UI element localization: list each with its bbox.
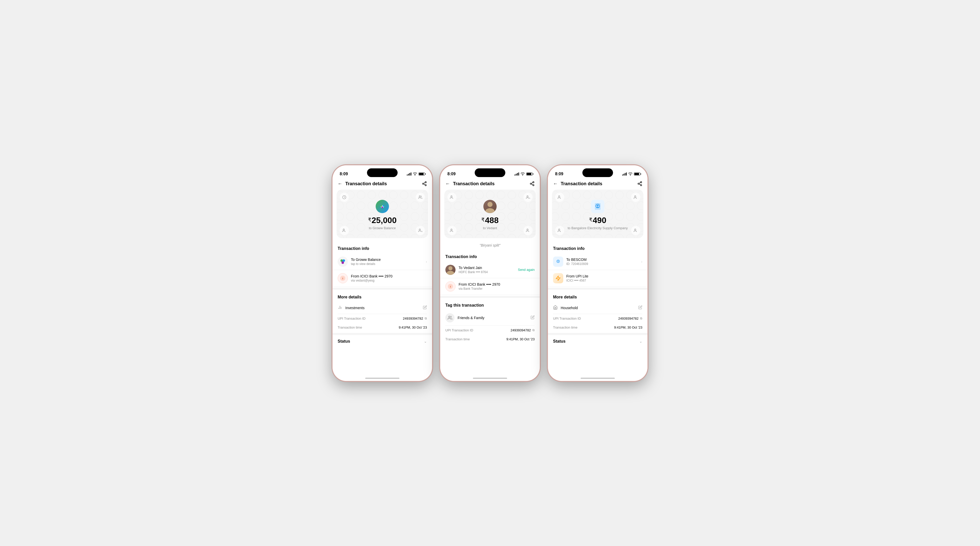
bottom-bar-3 bbox=[548, 372, 648, 381]
header-left-3: ← Transaction details bbox=[553, 181, 602, 187]
amount-value-2: 488 bbox=[485, 216, 498, 225]
info-text-vedant-2: To Vedant Jain HDFC Bank •••• 8764 bbox=[458, 266, 518, 274]
svg-text:i: i bbox=[342, 277, 343, 279]
rupee-symbol-1: ₹ bbox=[368, 217, 371, 223]
upi-value-1: 24939394782 ⧉ bbox=[403, 316, 427, 320]
chevron-right-bescom-3: › bbox=[641, 260, 642, 264]
svg-point-38 bbox=[638, 183, 639, 184]
svg-point-17 bbox=[342, 261, 344, 264]
phone-2: 8:09 bbox=[440, 165, 540, 381]
upi-label-1: UPI Transaction ID bbox=[338, 316, 366, 320]
info-row-upi-lite-3[interactable]: From UPI Lite ICICI •••• 4567 bbox=[548, 270, 648, 287]
svg-point-37 bbox=[641, 182, 642, 183]
home-indicator-1 bbox=[365, 378, 399, 379]
more-detail-left-3: Household bbox=[553, 305, 578, 311]
header-3: ← Transaction details bbox=[548, 179, 648, 190]
more-detail-row-1[interactable]: Investments bbox=[332, 302, 432, 314]
info-text-icici-2: From ICICI Bank •••• 2970 via Bank Trans… bbox=[458, 282, 535, 291]
time-value-2: 9:41PM, 30 Oct '23 bbox=[506, 337, 535, 341]
divider-1 bbox=[332, 288, 432, 290]
divider-5 bbox=[548, 288, 648, 290]
section-title-more-details-3: More details bbox=[548, 291, 648, 302]
transaction-amount-3: ₹ 490 bbox=[589, 216, 606, 225]
upi-value-2: 24939394782 ⧉ bbox=[511, 328, 535, 332]
header-left-1: ← Transaction details bbox=[338, 181, 387, 187]
status-label-1: Status bbox=[338, 339, 350, 344]
send-again-button-2[interactable]: Send again bbox=[518, 268, 535, 271]
battery-icon-3 bbox=[634, 172, 640, 176]
share-button-2[interactable] bbox=[530, 181, 535, 186]
info-row-bescom-3[interactable]: To BESCOM ID: 7204610939 › bbox=[548, 254, 648, 270]
header-left-2: ← Transaction details bbox=[445, 181, 495, 187]
more-detail-row-3[interactable]: Household bbox=[548, 302, 648, 314]
edit-icon-3[interactable] bbox=[638, 305, 642, 310]
detail-row-time-1: Transaction time 9:41PM, 30 Oct '23 bbox=[332, 323, 432, 332]
upi-id-text-2: 24939394782 bbox=[511, 328, 531, 332]
header-title-1: Transaction details bbox=[345, 181, 387, 187]
time-label-2: Transaction time bbox=[445, 337, 470, 341]
info-row-groww-1[interactable]: To Groww Balance tap to view details › bbox=[332, 254, 432, 270]
status-label-3: Status bbox=[553, 339, 566, 344]
status-icons-2 bbox=[514, 172, 533, 176]
chevron-down-1: ⌄ bbox=[424, 339, 427, 343]
transaction-avatar-3 bbox=[591, 200, 605, 213]
info-primary-upi-lite-3: From UPI Lite bbox=[566, 274, 642, 278]
transaction-to-2: to Vedant bbox=[483, 226, 497, 230]
info-text-bescom-3: To BESCOM ID: 7204610939 bbox=[566, 257, 641, 266]
copy-icon-2[interactable]: ⧉ bbox=[532, 328, 535, 332]
tag-row-2[interactable]: Friends & Family bbox=[440, 310, 540, 326]
back-button-3[interactable]: ← bbox=[553, 181, 558, 187]
info-text-upi-lite-3: From UPI Lite ICICI •••• 4567 bbox=[566, 274, 642, 282]
info-row-icici-2[interactable]: i From ICICI Bank •••• 2970 via Bank Tra… bbox=[440, 278, 540, 295]
copy-icon-3[interactable]: ⧉ bbox=[640, 316, 642, 320]
svg-line-27 bbox=[531, 182, 533, 183]
svg-point-2 bbox=[425, 184, 426, 186]
info-row-icici-1[interactable]: i From ICICI Bank •••• 2970 via vedant@y… bbox=[332, 270, 432, 287]
info-primary-vedant-2: To Vedant Jain bbox=[458, 266, 518, 270]
svg-line-3 bbox=[424, 184, 425, 185]
edit-icon-2[interactable] bbox=[531, 315, 535, 320]
info-text-groww-1: To Groww Balance tap to view details bbox=[351, 257, 426, 266]
back-button-1[interactable]: ← bbox=[338, 181, 342, 187]
detail-row-time-2: Transaction time 9:41PM, 30 Oct '23 bbox=[440, 335, 540, 344]
chart-icon-1 bbox=[338, 305, 342, 311]
battery-icon-1 bbox=[418, 172, 425, 176]
svg-point-24 bbox=[530, 183, 531, 184]
transaction-card-1: ₹ 25,000 to Groww Balance bbox=[337, 190, 428, 238]
share-button-1[interactable] bbox=[422, 181, 427, 186]
info-primary-icici-1: From ICICI Bank •••• 2970 bbox=[351, 274, 427, 278]
time-value-3: 9:41PM, 30 Oct '23 bbox=[614, 326, 642, 329]
share-button-3[interactable] bbox=[637, 181, 642, 186]
tag-section-title-2: Tag this transaction bbox=[440, 299, 540, 310]
dynamic-island-1 bbox=[367, 168, 398, 177]
signal-icon-1 bbox=[407, 172, 411, 176]
section-title-transaction-info-1: Transaction info bbox=[332, 242, 432, 254]
scroll-content-1[interactable]: Transaction info To Groww Balance tap to… bbox=[332, 242, 432, 372]
info-icon-groww-1 bbox=[338, 257, 348, 267]
upi-value-3: 24939394782 ⧉ bbox=[618, 316, 642, 320]
transaction-avatar-1 bbox=[375, 200, 389, 213]
scroll-content-3[interactable]: Transaction info To BESCOM ID: 720461093… bbox=[548, 242, 648, 372]
transaction-to-3: to Bangalore Electricity Supply Company bbox=[568, 226, 628, 230]
back-button-2[interactable]: ← bbox=[445, 181, 450, 187]
status-time-2: 8:09 bbox=[447, 172, 455, 176]
info-primary-icici-2: From ICICI Bank •••• 2970 bbox=[458, 282, 535, 286]
bottom-bar-1 bbox=[332, 372, 432, 381]
status-section-1[interactable]: Status ⌄ bbox=[332, 336, 432, 347]
more-detail-left-1: Investments bbox=[338, 305, 364, 311]
svg-line-26 bbox=[531, 184, 533, 185]
svg-point-1 bbox=[423, 183, 424, 184]
divider-6 bbox=[548, 333, 648, 335]
chevron-right-groww-1: › bbox=[426, 260, 427, 264]
info-icon-icici-1: i bbox=[338, 273, 348, 283]
tag-label-1: Investments bbox=[345, 306, 364, 310]
copy-icon-1[interactable]: ⧉ bbox=[425, 316, 427, 320]
edit-icon-1[interactable] bbox=[423, 305, 427, 310]
transaction-avatar-2 bbox=[484, 200, 496, 213]
detail-row-upi-1: UPI Transaction ID 24939394782 ⧉ bbox=[332, 314, 432, 323]
upi-label-2: UPI Transaction ID bbox=[445, 328, 473, 332]
info-row-vedant-2[interactable]: To Vedant Jain HDFC Bank •••• 8764 Send … bbox=[440, 262, 540, 278]
scroll-content-2[interactable]: Transaction info To Vedant Jain HDFC Ban… bbox=[440, 251, 540, 372]
card-content-3: ₹ 490 to Bangalore Electricity Supply Co… bbox=[556, 194, 639, 234]
status-section-3[interactable]: Status ⌄ bbox=[548, 336, 648, 347]
